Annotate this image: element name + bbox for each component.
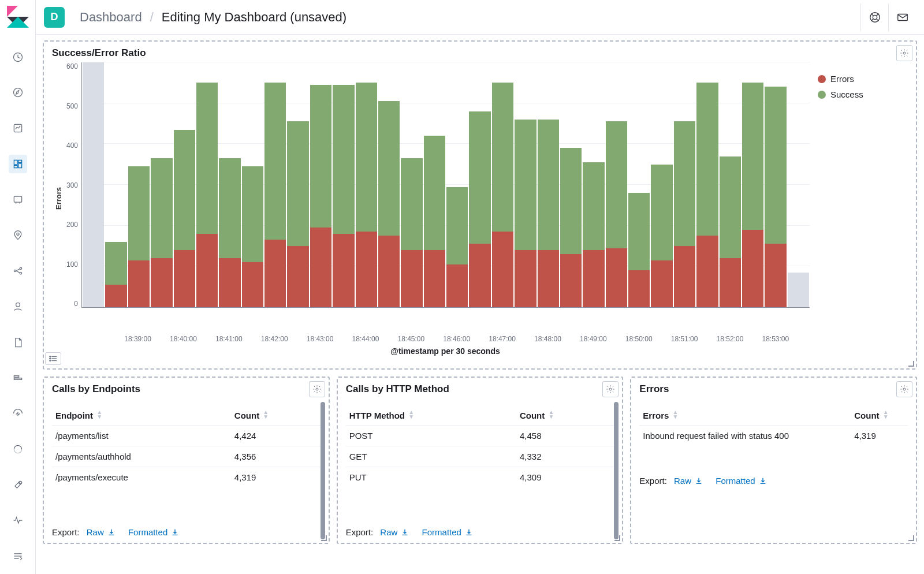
- bar[interactable]: [788, 62, 809, 307]
- table-row[interactable]: PUT4,309: [346, 467, 614, 488]
- export-formatted-link[interactable]: Formatted: [422, 527, 473, 537]
- bar[interactable]: [446, 62, 468, 307]
- export-raw-link[interactable]: Raw: [380, 527, 409, 537]
- bar[interactable]: [538, 62, 559, 307]
- bar[interactable]: [492, 62, 513, 307]
- bar[interactable]: [651, 62, 672, 307]
- table-row[interactable]: Inbound request failed with status 4004,…: [639, 426, 908, 446]
- panel-gear-icon[interactable]: [896, 381, 912, 397]
- uptime-icon[interactable]: [9, 404, 27, 423]
- column-header[interactable]: Endpoint ▲▼: [52, 405, 231, 426]
- svg-rect-7: [14, 165, 17, 167]
- visualize-icon[interactable]: [9, 119, 27, 137]
- monitoring-icon[interactable]: [9, 511, 27, 530]
- kibana-logo[interactable]: [7, 6, 29, 28]
- breadcrumb-separator: /: [150, 10, 154, 25]
- ml-icon[interactable]: [9, 262, 27, 280]
- bar[interactable]: [742, 62, 763, 307]
- help-icon[interactable]: [860, 3, 888, 31]
- panel-gear-icon[interactable]: [309, 381, 325, 397]
- svg-point-29: [903, 52, 906, 54]
- export-raw-link[interactable]: Raw: [87, 527, 116, 537]
- bar[interactable]: [674, 62, 695, 307]
- svg-rect-4: [14, 160, 17, 165]
- svg-line-26: [871, 18, 873, 21]
- scrollbar[interactable]: [614, 402, 619, 539]
- siem-icon[interactable]: [9, 440, 27, 459]
- scrollbar[interactable]: [321, 402, 325, 539]
- apm-icon[interactable]: [9, 368, 27, 387]
- resize-handle[interactable]: [908, 361, 914, 367]
- bar[interactable]: [264, 62, 286, 307]
- canvas-icon[interactable]: [9, 191, 27, 209]
- list-toggle-icon[interactable]: [45, 352, 61, 365]
- bar[interactable]: [242, 62, 263, 307]
- collapse-icon[interactable]: [9, 547, 27, 565]
- bar[interactable]: [720, 62, 741, 307]
- chart-area: Errors 6005004003002001000 Errors Succes…: [52, 62, 908, 334]
- export-formatted-link[interactable]: Formatted: [716, 476, 766, 486]
- legend-item-errors[interactable]: Errors: [818, 74, 908, 84]
- dashboard-icon[interactable]: [9, 155, 27, 173]
- bar[interactable]: [696, 62, 718, 307]
- bar[interactable]: [151, 62, 172, 307]
- svg-point-12: [14, 270, 16, 271]
- export-raw-link[interactable]: Raw: [674, 476, 703, 486]
- bar[interactable]: [356, 62, 377, 307]
- bar[interactable]: [515, 62, 536, 307]
- bar[interactable]: [378, 62, 400, 307]
- space-selector[interactable]: D: [44, 7, 65, 28]
- discover-icon[interactable]: [9, 83, 27, 102]
- svg-point-15: [16, 303, 20, 307]
- table-row[interactable]: /payments/execute4,319: [52, 467, 321, 488]
- bar[interactable]: [287, 62, 308, 307]
- bar[interactable]: [219, 62, 240, 307]
- column-header[interactable]: Count ▲▼: [231, 405, 321, 426]
- bar[interactable]: [333, 62, 354, 307]
- svg-point-23: [873, 15, 877, 19]
- bar[interactable]: [174, 62, 195, 307]
- recents-icon[interactable]: [9, 48, 27, 66]
- devtools-icon[interactable]: [9, 476, 27, 494]
- chart-legend: Errors Success: [810, 62, 908, 334]
- bar[interactable]: [310, 62, 331, 307]
- breadcrumb-root[interactable]: Dashboard: [80, 10, 142, 25]
- bar[interactable]: [105, 62, 126, 307]
- panel-gear-icon[interactable]: [602, 381, 619, 397]
- chart-plot[interactable]: [81, 62, 810, 308]
- column-header[interactable]: HTTP Method ▲▼: [346, 405, 516, 426]
- svg-point-31: [50, 358, 51, 359]
- column-header[interactable]: Count ▲▼: [851, 405, 908, 426]
- bar[interactable]: [765, 62, 786, 307]
- infra-icon[interactable]: [9, 297, 27, 316]
- bar[interactable]: [83, 62, 104, 307]
- logs-icon[interactable]: [9, 333, 27, 352]
- mail-icon[interactable]: [888, 3, 916, 31]
- panel-title: Calls by Endpoints: [52, 383, 321, 395]
- bar[interactable]: [583, 62, 604, 307]
- maps-icon[interactable]: [9, 226, 27, 244]
- bar[interactable]: [469, 62, 490, 307]
- legend-item-success[interactable]: Success: [818, 90, 908, 99]
- export-formatted-link[interactable]: Formatted: [128, 527, 179, 537]
- panel-gear-icon[interactable]: [896, 45, 912, 61]
- resize-handle[interactable]: [908, 535, 914, 541]
- table-row[interactable]: POST4,458: [346, 426, 614, 446]
- bar[interactable]: [424, 62, 445, 307]
- column-header[interactable]: Errors ▲▼: [639, 405, 851, 426]
- table-row[interactable]: GET4,332: [346, 446, 614, 467]
- bar[interactable]: [401, 62, 422, 307]
- svg-line-27: [876, 13, 878, 16]
- resize-handle[interactable]: [321, 535, 327, 541]
- column-header[interactable]: Count ▲▼: [516, 405, 614, 426]
- bar[interactable]: [128, 62, 150, 307]
- table-row[interactable]: /payments/authhold4,356: [52, 446, 321, 467]
- bar[interactable]: [606, 62, 627, 307]
- bar[interactable]: [196, 62, 218, 307]
- resize-handle[interactable]: [614, 535, 620, 541]
- bar[interactable]: [560, 62, 582, 307]
- bar[interactable]: [628, 62, 650, 307]
- svg-point-13: [20, 267, 21, 269]
- table-row[interactable]: /payments/list4,424: [52, 426, 321, 446]
- export-row: Export: Raw Formatted: [346, 527, 483, 537]
